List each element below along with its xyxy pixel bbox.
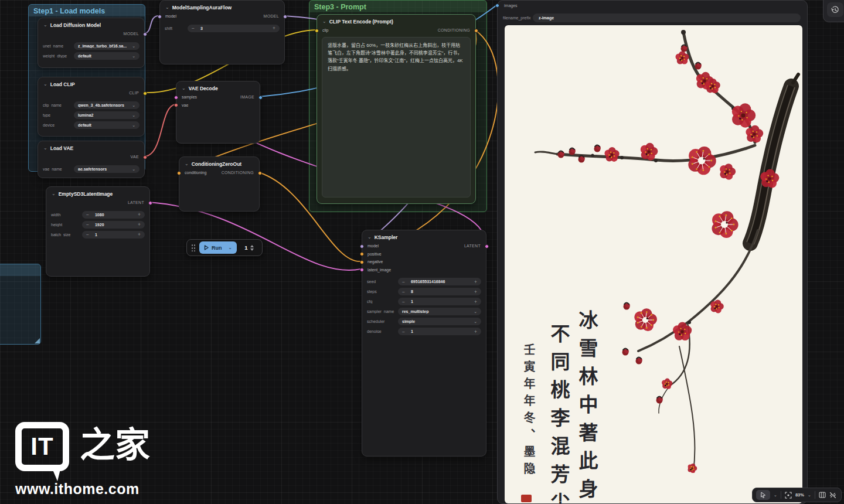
port-samples-input[interactable]: [174, 96, 178, 100]
port-latent-output[interactable]: [148, 201, 152, 205]
node-graph-canvas[interactable]: Step1 - Load models Step3 - Prompt ⌄Load…: [0, 0, 844, 504]
node-empty-sd3-latent-image[interactable]: ⌄EmptySD3LatentImage LATENT width −1080+…: [46, 186, 150, 277]
port-model-output[interactable]: [143, 32, 147, 36]
widget-filename-prefix[interactable]: filename_prefix z-image: [503, 13, 801, 22]
collapse-icon[interactable]: ⌄: [165, 5, 169, 10]
vae-name-combo[interactable]: ae.safetensors⌄: [74, 165, 139, 173]
steps-stepper[interactable]: −8+: [398, 288, 481, 295]
widget-shift[interactable]: shift −3+: [165, 25, 280, 33]
node-save-image[interactable]: images filename_prefix z-image 冰雪林中著此身 不…: [497, 0, 808, 504]
chevron-down-icon: ⌄: [132, 103, 135, 107]
port-latent-output[interactable]: [485, 244, 489, 248]
port-conditioning-input[interactable]: [177, 171, 181, 175]
port-image-output[interactable]: [258, 96, 263, 100]
fit-view-button[interactable]: [785, 492, 792, 499]
widget-vae-name[interactable]: vae_name ae.safetensors⌄: [43, 165, 139, 173]
widget-width[interactable]: width −1080+: [51, 211, 145, 219]
port-clip-input[interactable]: [315, 29, 319, 33]
widget-scheduler[interactable]: scheduler simple⌄: [367, 318, 481, 326]
chevron-down-icon[interactable]: ⌄: [808, 493, 811, 497]
wire-model-to-sampling: [144, 16, 159, 33]
collapse-icon[interactable]: ⌄: [367, 235, 372, 240]
node-ksampler[interactable]: ⌄KSampler modelLATENT positive negative …: [362, 230, 486, 457]
port-negative-input[interactable]: [360, 260, 364, 264]
port-positive-input[interactable]: [360, 252, 364, 256]
widget-clip-name[interactable]: clip_name qwen_3_4b.safetensors⌄: [43, 101, 139, 110]
widget-device[interactable]: device default⌄: [43, 121, 139, 130]
batch-size-stepper[interactable]: −1+: [82, 231, 145, 239]
watermark: IT 之家 www.ithome.com: [15, 422, 150, 498]
divider: [815, 491, 815, 499]
widget-type[interactable]: type lumina2⌄: [43, 111, 139, 120]
spinner-icon[interactable]: [250, 245, 254, 251]
canvas-toolbar[interactable]: ⌄ 83% ⌄: [752, 488, 842, 502]
port-vae-output[interactable]: [143, 155, 147, 159]
height-stepper[interactable]: −1920+: [82, 221, 145, 229]
unet-name-combo[interactable]: z_image_turbo_bf16.sa...⌄: [74, 42, 139, 50]
widget-steps[interactable]: steps −8+: [367, 288, 481, 296]
minimap-button[interactable]: [819, 492, 826, 498]
chevron-down-icon[interactable]: ⌄: [228, 246, 232, 250]
node-model-sampling-auraflow[interactable]: ⌄ModelSamplingAuraFlow modelMODEL shift …: [159, 0, 285, 64]
scheduler-combo[interactable]: simple⌄: [398, 318, 481, 325]
history-button[interactable]: [827, 2, 843, 17]
port-images-input[interactable]: [495, 4, 499, 8]
widget-batch-size[interactable]: batch_size −1+: [51, 231, 145, 239]
weight-dtype-combo[interactable]: default⌄: [74, 52, 139, 60]
node-load-diffusion-model[interactable]: ⌄Load Diffusion Model MODEL unet_name z_…: [38, 18, 145, 68]
widget-unet-name[interactable]: unet_name z_image_turbo_bf16.sa...⌄: [43, 42, 139, 50]
widget-sampler-name[interactable]: sampler_name res_multistep⌄: [367, 308, 481, 316]
toggle-links-button[interactable]: [829, 492, 836, 499]
run-button[interactable]: Run ⌄: [199, 241, 237, 254]
shift-stepper[interactable]: −3+: [188, 25, 280, 32]
node-load-vae[interactable]: ⌄Load VAE VAE vae_name ae.safetensors⌄: [38, 141, 145, 178]
device-combo[interactable]: default⌄: [74, 121, 139, 129]
collapse-icon[interactable]: ⌄: [43, 146, 47, 151]
widget-cfg[interactable]: cfg −1+: [367, 298, 481, 306]
zoom-level[interactable]: 83%: [795, 492, 804, 498]
port-vae-input[interactable]: [174, 103, 178, 107]
collapse-icon[interactable]: ⌄: [52, 192, 56, 196]
port-clip-output[interactable]: [143, 91, 147, 96]
collapse-icon[interactable]: ⌄: [43, 23, 47, 28]
port-model-input[interactable]: [360, 244, 364, 248]
group-partial[interactable]: [0, 264, 41, 345]
chevron-down-icon[interactable]: ⌄: [774, 493, 777, 497]
port-conditioning-output[interactable]: [474, 29, 478, 33]
prompt-textarea[interactable]: 竖版水墨，留白占 60%，一枝朱砂红梅从右上角斜出，枝干甩枯笔飞白，左下角题诗“…: [322, 37, 471, 197]
node-title: Load Diffusion Model: [50, 22, 101, 28]
drag-handle-icon[interactable]: [191, 244, 196, 251]
port-conditioning-output[interactable]: [258, 171, 262, 175]
sampler-name-combo[interactable]: res_multistep⌄: [398, 308, 481, 315]
widget-weight-dtype[interactable]: weight_dtype default⌄: [43, 52, 139, 60]
seed-stepper[interactable]: −695165531416846+: [398, 278, 481, 285]
minimap-icon: [819, 492, 826, 498]
filename-prefix-input[interactable]: z-image: [533, 13, 801, 22]
widget-seed[interactable]: seed −695165531416846+: [367, 278, 481, 286]
denoise-stepper[interactable]: −1+: [398, 328, 481, 335]
width-stepper[interactable]: −1080+: [82, 211, 145, 219]
run-bar[interactable]: Run ⌄ 1: [186, 239, 263, 256]
collapse-icon[interactable]: ⌄: [43, 82, 47, 87]
port-model-input[interactable]: [158, 15, 162, 19]
group-resize-handle[interactable]: [35, 338, 40, 343]
widget-height[interactable]: height −1920+: [51, 221, 145, 229]
type-combo[interactable]: lumina2⌄: [74, 111, 139, 119]
collapse-icon[interactable]: ⌄: [185, 162, 189, 166]
port-model-output[interactable]: [283, 15, 287, 19]
collapse-icon[interactable]: ⌄: [182, 86, 186, 91]
group-step3-title[interactable]: Step3 - Prompt: [309, 1, 486, 12]
widget-denoise[interactable]: denoise −1+: [367, 328, 481, 336]
group-step1-title[interactable]: Step1 - Load models: [29, 5, 145, 16]
batch-count-stepper[interactable]: 1: [240, 241, 258, 254]
clip-name-combo[interactable]: qwen_3_4b.safetensors⌄: [74, 101, 139, 109]
cfg-stepper[interactable]: −1+: [398, 298, 481, 305]
collapse-icon[interactable]: ⌄: [322, 19, 326, 24]
node-conditioning-zero-out[interactable]: ⌄ConditioningZeroOut conditioningCONDITI…: [179, 156, 260, 212]
node-clip-text-encode[interactable]: ⌄CLIP Text Encode (Prompt) clipCONDITION…: [316, 14, 476, 204]
node-vae-decode[interactable]: ⌄VAE Decode samplesIMAGE vae: [176, 81, 260, 144]
node-load-clip[interactable]: ⌄Load CLIP CLIP clip_name qwen_3_4b.safe…: [38, 77, 145, 137]
port-latent-image-input[interactable]: [360, 268, 364, 272]
chevron-down-icon: ⌄: [132, 123, 135, 127]
pointer-tool-button[interactable]: [756, 490, 770, 500]
